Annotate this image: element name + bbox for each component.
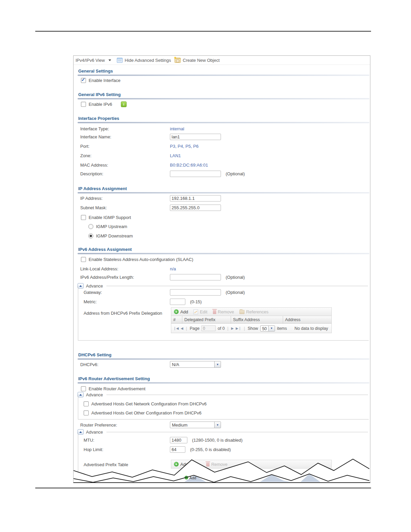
- hop-limit-row: Hop Limit: (0-255, 0 is disabled): [84, 446, 370, 453]
- first-page-icon[interactable]: ❘◀: [173, 327, 179, 330]
- section-title-general-settings: General Settings: [78, 69, 113, 74]
- page-size-select[interactable]: 50 ▼: [260, 325, 275, 331]
- pd-col-delegated-prefix[interactable]: Delegated Prefix: [182, 316, 231, 323]
- ipv6-prefix-hint: (Optional): [226, 275, 245, 280]
- router-preference-row: Router Preference: Medium ▼: [80, 422, 366, 428]
- enable-ra-row: Enable Router Advertisement: [81, 386, 145, 392]
- no-data-text: No data to display: [294, 326, 329, 331]
- enable-ipv6-checkbox[interactable]: [81, 102, 86, 107]
- subnet-mask-label: Subnet Mask:: [80, 205, 170, 210]
- section-divider: [78, 382, 369, 384]
- pd-table-toolbar: + Add Edit Remove References: [171, 307, 332, 316]
- section-title-dhcpv6: DHCPv6 Setting: [78, 352, 111, 357]
- hop-limit-label: Hop Limit:: [84, 447, 170, 452]
- mac-address-value: B0:B2:DC:69:A6:01: [170, 163, 208, 168]
- pd-label: Address from DHCPv6 Prefix Delegation: [84, 311, 170, 316]
- subnet-mask-input[interactable]: [170, 205, 221, 211]
- pd-col-index: #: [171, 316, 182, 323]
- section-title-interface-properties: Interface Properties: [78, 116, 119, 121]
- mac-address-label: MAC Address:: [80, 163, 170, 168]
- enable-ra-label: Enable Router Advertisement: [89, 386, 145, 391]
- edit-interface-panel: IPv4/IPv6 View Hide Advanced Settings Cr…: [73, 55, 370, 483]
- next-page-icon[interactable]: ▶: [231, 327, 234, 330]
- zone-row: Zone: LAN1: [80, 152, 366, 159]
- ipv6-prefix-input[interactable]: [170, 274, 221, 280]
- igmp-upstream-radio[interactable]: [88, 224, 93, 229]
- enable-igmp-label: Enable IGMP Support: [89, 215, 131, 220]
- enable-ipv6-label: Enable IPv6: [89, 102, 112, 107]
- section-title-ipv6-assignment: IPv6 Address Assignment: [78, 247, 132, 252]
- page-number-input[interactable]: [201, 325, 216, 331]
- interface-type-value: internal: [170, 126, 184, 131]
- slaac-row: Enable Stateless Address Auto-configurat…: [81, 256, 193, 262]
- page-top-rule: [35, 31, 371, 32]
- interface-name-input[interactable]: [170, 134, 221, 140]
- ip-address-input[interactable]: [170, 195, 221, 202]
- pd-add-button[interactable]: + Add: [174, 309, 188, 314]
- link-local-label: Link-Local Address:: [80, 266, 170, 271]
- dhcpv6-select[interactable]: N/A ▼: [170, 361, 221, 368]
- dhcpv6-label: DHCPv6:: [80, 362, 170, 367]
- port-value: P3, P4, P5, P6: [170, 144, 198, 149]
- enable-igmp-row: Enable IGMP Support: [81, 214, 131, 220]
- description-hint: (Optional): [226, 171, 245, 176]
- mtu-row: MTU: (1280-1500, 0 is disabled): [84, 437, 370, 443]
- chevron-down-icon: ▼: [214, 422, 221, 428]
- enable-interface-row: Enable Interface: [81, 77, 121, 83]
- gateway-input[interactable]: [170, 289, 221, 296]
- hide-advanced-settings-button[interactable]: Hide Advanced Settings: [117, 58, 171, 63]
- interface-name-label: Interface Name:: [80, 134, 170, 139]
- interface-name-row: Interface Name:: [80, 133, 366, 140]
- panel-toolbar: IPv4/IPv6 View Hide Advanced Settings Cr…: [74, 56, 370, 65]
- router-preference-label: Router Preference:: [80, 423, 170, 428]
- description-input[interactable]: [170, 171, 221, 177]
- hop-limit-hint: (0-255, 0 is disabled): [190, 447, 231, 452]
- metric-hint: (0-15): [190, 299, 202, 304]
- interface-type-row: Interface Type: internal: [80, 125, 366, 132]
- igmp-downstream-row: IGMP Downstream: [88, 233, 133, 239]
- mtu-input[interactable]: [170, 437, 187, 443]
- pd-remove-button[interactable]: Remove: [213, 309, 234, 314]
- section-divider: [78, 192, 369, 193]
- hop-limit-input[interactable]: [170, 446, 185, 453]
- enable-interface-checkbox[interactable]: [81, 78, 86, 83]
- ip-address-label: IP Address:: [80, 196, 170, 201]
- ipv6-prefix-row: IPv6 Address/Prefix Length: (Optional): [80, 274, 366, 280]
- ipv4-ipv6-view-label: IPv4/IPv6 View: [76, 58, 105, 63]
- slaac-label: Enable Stateless Address Auto-configurat…: [89, 257, 193, 262]
- section-divider: [78, 358, 369, 360]
- pd-col-address[interactable]: Address: [283, 316, 331, 323]
- ip-address-row: IP Address:: [80, 195, 366, 202]
- prev-page-icon[interactable]: ◀: [181, 327, 183, 330]
- info-icon[interactable]: i: [121, 101, 127, 107]
- zone-value: LAN1: [170, 153, 181, 158]
- hide-advanced-settings-label: Hide Advanced Settings: [125, 58, 171, 63]
- slaac-checkbox[interactable]: [81, 257, 86, 262]
- create-new-object-button[interactable]: Create New Object: [175, 58, 220, 63]
- pd-edit-button[interactable]: Edit: [193, 309, 207, 314]
- gateway-hint: (Optional): [226, 290, 245, 295]
- ipv4-ipv6-view-dropdown[interactable]: IPv4/IPv6 View: [76, 58, 111, 63]
- ra-other-conf-row: Advertised Hosts Get Other Configuration…: [84, 410, 201, 416]
- pd-col-suffix-address[interactable]: Suffix Address: [231, 316, 283, 323]
- link-local-row: Link-Local Address: n/a: [80, 265, 366, 272]
- igmp-downstream-radio[interactable]: [88, 233, 93, 238]
- pd-table: + Add Edit Remove References # Del: [171, 307, 332, 333]
- metric-label: Metric:: [84, 299, 170, 304]
- section-title-general-ipv6: General IPv6 Setting: [78, 92, 121, 97]
- igmp-upstream-label: IGMP Upstream: [96, 224, 127, 229]
- metric-row: Metric: (0-15): [84, 298, 370, 305]
- router-preference-select[interactable]: Medium ▼: [170, 422, 221, 428]
- pd-table-pagination: ❘◀ ◀ | Page of 0 | ▶ ▶❘ | Show 50 ▼ item…: [171, 324, 332, 333]
- enable-igmp-checkbox[interactable]: [81, 215, 86, 220]
- section-divider: [78, 75, 369, 76]
- ra-other-conf-checkbox[interactable]: [84, 410, 89, 415]
- dhcpv6-row: DHCPv6: N/A ▼: [80, 361, 366, 368]
- ra-network-conf-checkbox[interactable]: [84, 401, 89, 406]
- subnet-mask-row: Subnet Mask:: [80, 204, 366, 211]
- ra-other-conf-label: Advertised Hosts Get Other Configuration…: [91, 410, 201, 415]
- pd-references-button[interactable]: References: [239, 309, 268, 314]
- metric-input[interactable]: [170, 299, 185, 305]
- last-page-icon[interactable]: ▶❘: [236, 327, 241, 330]
- enable-ra-checkbox[interactable]: [81, 386, 86, 391]
